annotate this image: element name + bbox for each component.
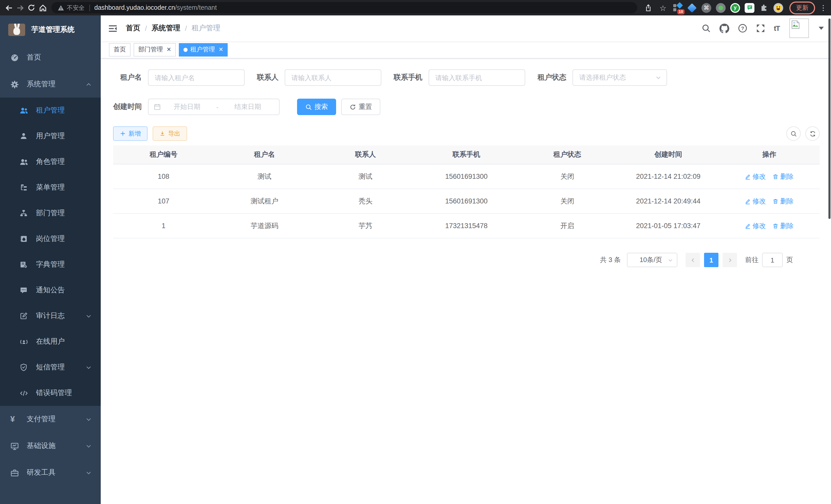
sidebar-item-system[interactable]: 系统管理 — [0, 71, 101, 98]
cell-tenant-id: 1 — [113, 222, 214, 230]
page-number-button[interactable]: 1 — [704, 253, 718, 267]
help-icon[interactable]: ? — [738, 24, 747, 33]
column-header: 租户名 — [214, 150, 315, 159]
search-button[interactable]: 搜索 — [297, 99, 336, 115]
share-icon[interactable] — [642, 2, 654, 13]
omnibox-divider — [89, 4, 90, 11]
table-header-row: 租户编号 租户名 联系人 联系手机 租户状态 创建时间 操作 — [113, 145, 820, 165]
column-header: 租户编号 — [113, 150, 214, 159]
tag-close-icon[interactable]: ✕ — [167, 47, 171, 52]
message-icon — [20, 286, 32, 294]
tag-tenant[interactable]: 租户管理 ✕ — [179, 43, 228, 56]
sidebar-item-notice[interactable]: 通知公告 — [0, 277, 101, 303]
sidebar-item-audit-log[interactable]: 审计日志 — [0, 303, 101, 329]
show-search-button[interactable] — [786, 126, 801, 141]
edit-link[interactable]: 修改 — [745, 221, 766, 230]
prev-page-button[interactable] — [686, 253, 700, 267]
add-button[interactable]: 新增 — [113, 126, 147, 141]
date-range-picker[interactable]: 开始日期 - 结束日期 — [148, 99, 280, 115]
app-logo[interactable]: 芋道管理系统 — [0, 16, 101, 44]
delete-link[interactable]: 删除 — [773, 221, 794, 230]
sidebar-item-role[interactable]: 角色管理 — [0, 149, 101, 175]
delete-link[interactable]: 删除 — [773, 172, 794, 181]
sidebar-item-label: 错误码管理 — [36, 388, 72, 398]
browser-menu-icon[interactable]: ⋮ — [820, 4, 827, 11]
sidebar-item-home[interactable]: 首页 — [0, 44, 101, 71]
table-row: 1 芋道源码 芋艿 17321315478 开启 2021-01-05 17:0… — [113, 214, 820, 238]
extension-command-icon[interactable]: ⌘ — [701, 2, 712, 13]
fullscreen-icon[interactable] — [756, 24, 765, 33]
logo-image — [8, 24, 25, 36]
bookmark-star-icon[interactable]: ☆ — [657, 2, 668, 13]
sidebar-item-dict[interactable]: 字典管理 — [0, 252, 101, 277]
breadcrumb-home[interactable]: 首页 — [126, 24, 140, 33]
browser-back-button[interactable] — [3, 2, 15, 13]
avatar-dropdown-caret[interactable] — [819, 27, 824, 30]
tag-label: 首页 — [114, 45, 126, 54]
goto-page-input[interactable] — [762, 253, 783, 267]
sidebar-item-devtools[interactable]: 研发工具 — [0, 459, 101, 486]
delete-link[interactable]: 删除 — [773, 197, 794, 206]
sidebar-item-menu[interactable]: 菜单管理 — [0, 175, 101, 200]
extension-kite-icon[interactable] — [687, 2, 697, 13]
navbar: 首页 / 系统管理 / 租户管理 ? — [101, 16, 831, 41]
sidebar-item-post[interactable]: 岗位管理 — [0, 226, 101, 252]
font-size-icon[interactable]: tT — [774, 24, 780, 32]
browser-forward-button[interactable] — [15, 2, 26, 13]
sidebar-item-pay[interactable]: ¥ 支付管理 — [0, 406, 101, 433]
breadcrumb-system[interactable]: 系统管理 — [152, 24, 180, 33]
edit-link[interactable]: 修改 — [745, 197, 766, 206]
tag-label: 租户管理 — [190, 45, 215, 54]
sidebar-item-label: 支付管理 — [27, 415, 56, 424]
edit-icon — [745, 223, 751, 229]
reset-button[interactable]: 重置 — [341, 99, 380, 115]
sidebar-collapse-icon[interactable] — [108, 23, 118, 33]
chevron-right-icon — [727, 257, 733, 263]
tenant-name-input[interactable] — [148, 69, 245, 86]
sidebar-item-online-user[interactable]: 在线用户 — [0, 329, 101, 355]
plus-icon — [120, 130, 126, 137]
filter-status: 租户状态 请选择租户状态 — [538, 69, 667, 86]
extension-y-icon[interactable]: y — [730, 2, 741, 13]
broken-image-icon — [791, 20, 800, 29]
column-header: 联系手机 — [416, 150, 517, 159]
browser-home-button[interactable] — [37, 2, 48, 13]
tag-close-icon[interactable]: ✕ — [219, 47, 223, 52]
mobile-input[interactable] — [429, 69, 525, 86]
chevron-down-icon — [86, 416, 91, 422]
export-button[interactable]: 导出 — [153, 126, 187, 141]
edit-link[interactable]: 修改 — [745, 172, 766, 181]
browser-reload-button[interactable] — [26, 2, 37, 13]
extension-record-icon[interactable] — [715, 2, 726, 13]
github-icon[interactable] — [719, 23, 729, 33]
extension-chat-icon[interactable] — [744, 2, 755, 13]
header-search-icon[interactable] — [701, 24, 711, 33]
download-icon — [159, 130, 166, 137]
sidebar-item-dept[interactable]: 部门管理 — [0, 200, 101, 226]
sidebar-item-sms[interactable]: 短信管理 — [0, 355, 101, 380]
next-page-button[interactable] — [722, 253, 737, 267]
status-select[interactable]: 请选择租户状态 — [573, 69, 667, 86]
sidebar-item-label: 通知公告 — [36, 286, 65, 295]
chrome-update-button[interactable]: 更新 — [790, 1, 815, 14]
extension-puzzle-icon[interactable] — [758, 2, 769, 13]
extension-tabs-icon[interactable]: 10 — [672, 2, 683, 13]
breadcrumb-separator: / — [185, 24, 187, 32]
sidebar-item-error-code[interactable]: 错误码管理 — [0, 380, 101, 406]
tag-home[interactable]: 首页 — [109, 43, 131, 56]
refresh-table-button[interactable] — [805, 126, 820, 141]
contact-input[interactable] — [285, 69, 381, 86]
tag-dept[interactable]: 部门管理 ✕ — [134, 43, 176, 56]
table-tools — [786, 126, 820, 141]
system-submenu: 租户管理 用户管理 角色管理 — [0, 98, 101, 406]
site-security-indicator[interactable]: 不安全 — [58, 4, 85, 11]
page-size-select[interactable]: 10条/页 — [627, 253, 677, 267]
sidebar-item-infra[interactable]: 基础设施 — [0, 433, 101, 459]
sidebar-item-label: 研发工具 — [27, 468, 56, 477]
page-scrollbar[interactable] — [828, 19, 830, 219]
user-avatar[interactable] — [790, 19, 809, 38]
sidebar-item-tenant[interactable]: 租户管理 — [0, 98, 101, 123]
address-bar[interactable]: 不安全 dashboard.yudao.iocoder.cn/system/te… — [51, 2, 637, 13]
profile-avatar-icon[interactable] — [773, 2, 784, 13]
sidebar-item-user[interactable]: 用户管理 — [0, 123, 101, 149]
